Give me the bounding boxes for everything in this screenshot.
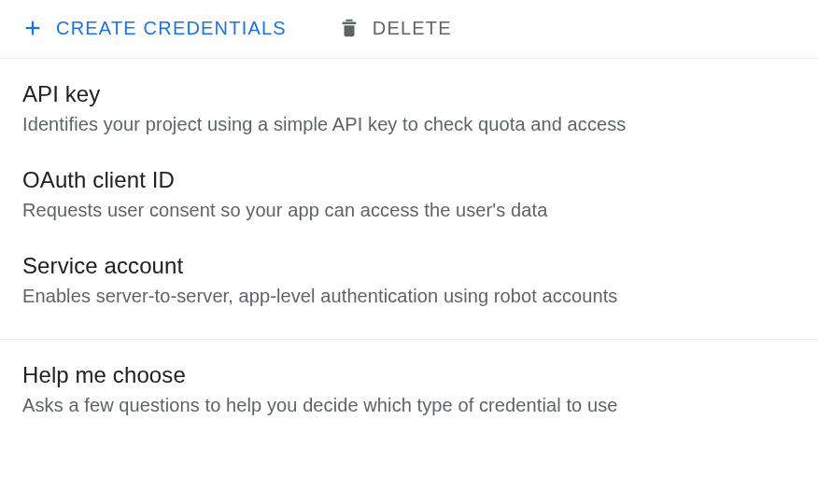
toolbar: CREATE CREDENTIALS DELETE (0, 0, 818, 59)
menu-item-help-me-choose[interactable]: Help me choose Asks a few questions to h… (0, 340, 818, 426)
menu-item-desc: Requests user consent so your app can ac… (22, 197, 796, 223)
menu-item-desc: Identifies your project using a simple A… (22, 111, 796, 137)
menu-item-api-key[interactable]: API key Identifies your project using a … (0, 59, 818, 145)
menu-item-title: Help me choose (22, 362, 796, 388)
menu-item-desc: Enables server-to-server, app-level auth… (22, 283, 796, 309)
menu-item-title: Service account (22, 253, 796, 279)
svg-rect-2 (346, 20, 352, 21)
create-credentials-label: CREATE CREDENTIALS (56, 18, 287, 39)
trash-icon (339, 17, 360, 39)
credentials-menu: API key Identifies your project using a … (0, 59, 818, 426)
menu-item-service-account[interactable]: Service account Enables server-to-server… (0, 231, 818, 316)
menu-item-title: OAuth client ID (22, 167, 796, 193)
delete-label: DELETE (373, 18, 452, 39)
menu-item-oauth-client-id[interactable]: OAuth client ID Requests user consent so… (0, 145, 818, 231)
svg-rect-3 (342, 22, 356, 24)
plus-icon (22, 18, 43, 38)
delete-button[interactable]: DELETE (339, 17, 452, 39)
menu-item-desc: Asks a few questions to help you decide … (22, 392, 796, 418)
create-credentials-button[interactable]: CREATE CREDENTIALS (22, 18, 287, 39)
menu-item-title: API key (22, 81, 796, 107)
